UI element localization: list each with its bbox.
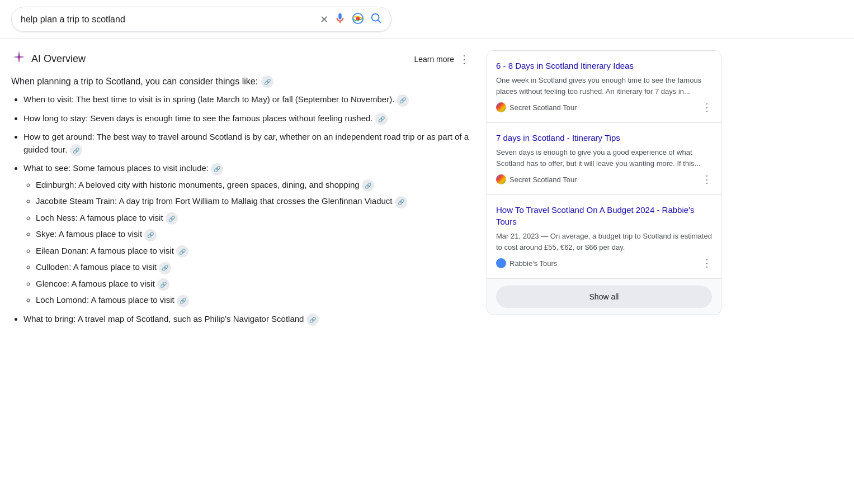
sub-bullet-skye-link[interactable] (144, 229, 157, 241)
source-1-site-name: Secret Scotland Tour (509, 103, 577, 112)
right-panel: 6 - 8 Days in Scotland Itinerary Ideas O… (487, 50, 721, 326)
more-options-button[interactable]: ⋮ (459, 53, 470, 66)
sub-bullet-loch-lomond-link[interactable] (177, 295, 189, 307)
bullet-what-to-see-text: What to see: Some famous places to visit… (23, 163, 209, 173)
sub-bullet-loch-ness-text: Loch Ness: A famous place to visit (36, 213, 163, 222)
bullet-what-to-bring-link[interactable] (306, 313, 319, 326)
source-1-favicon (496, 102, 506, 112)
bullet-how-long: How long to stay: Seven days is enough t… (23, 112, 470, 126)
sub-bullet-loch-lomond-text: Loch Lomond: A famous place to visit (36, 295, 174, 305)
intro-link-chip[interactable] (261, 75, 273, 88)
source-2-footer: Secret Scotland Tour ⋮ (496, 173, 712, 186)
search-bar: ✕ (11, 7, 391, 32)
bullet-what-to-bring-text: What to bring: A travel map of Scotland,… (23, 314, 304, 324)
sub-bullet-edinburgh: Edinburgh: A beloved city with historic … (36, 179, 470, 192)
source-item-3: How To Travel Scotland On A Budget 2024 … (487, 195, 721, 279)
sub-bullet-jacobite-text: Jacobite Steam Train: A day trip from Fo… (36, 196, 393, 206)
source-item-2: 7 days in Scotland - Itinerary Tips Seve… (487, 123, 721, 195)
source-1-snippet: One week in Scotland gives you enough ti… (496, 75, 712, 97)
bullet-when-to-visit: When to visit: The best time to visit is… (23, 93, 470, 107)
sub-bullet-glencoe-text: Glencoe: A famous place to visit (36, 279, 155, 288)
sub-bullet-jacobite-link[interactable] (395, 196, 407, 208)
sub-bullet-loch-lomond: Loch Lomond: A famous place to visit (36, 294, 470, 307)
ai-bullet-list: When to visit: The best time to visit is… (11, 93, 470, 326)
search-bar-area: ✕ (0, 0, 854, 39)
voice-search-button[interactable] (334, 12, 346, 26)
bullet-how-long-link[interactable] (375, 113, 388, 125)
sub-bullet-eilean-donan: Eilean Donan: A famous place to visit (36, 245, 470, 258)
source-2-site-name: Secret Scotland Tour (509, 175, 577, 184)
main-content: AI Overview Learn more ⋮ When planning a… (0, 39, 854, 337)
ai-intro-text: When planning a trip to Scotland, you ca… (11, 77, 258, 87)
sub-bullet-glencoe-link[interactable] (157, 278, 169, 291)
sub-bullet-loch-ness: Loch Ness: A famous place to visit (36, 212, 470, 225)
sub-bullet-skye: Skye: A famous place to visit (36, 228, 470, 241)
sub-bullet-culloden-link[interactable] (159, 262, 171, 274)
source-3-footer: Rabbie's Tours ⋮ (496, 257, 712, 269)
source-card: 6 - 8 Days in Scotland Itinerary Ideas O… (487, 50, 721, 315)
bullet-when-to-visit-text: When to visit: The best time to visit is… (23, 94, 394, 104)
bullet-what-to-see-link[interactable] (211, 163, 223, 175)
mic-icon (334, 12, 346, 26)
bullet-get-around-link[interactable] (70, 144, 82, 156)
search-icon (370, 12, 382, 27)
ai-overview-header: AI Overview Learn more ⋮ (11, 50, 470, 68)
sub-bullet-culloden-text: Culloden: A famous place to visit (36, 262, 157, 272)
sub-bullet-loch-ness-link[interactable] (166, 212, 178, 225)
source-2-title[interactable]: 7 days in Scotland - Itinerary Tips (496, 132, 712, 144)
lens-search-button[interactable] (352, 12, 364, 26)
source-3-snippet: Mar 21, 2023 — On average, a budget trip… (496, 231, 712, 253)
source-1-more-button[interactable]: ⋮ (702, 101, 712, 113)
bullet-what-to-bring: What to bring: A travel map of Scotland,… (23, 313, 470, 326)
source-2-snippet: Seven days is enough to give you a good … (496, 147, 712, 169)
show-all-area: Show all (487, 279, 721, 315)
sub-bullet-eilean-donan-text: Eilean Donan: A famous place to visit (36, 246, 174, 255)
bullet-how-long-text: How long to stay: Seven days is enough t… (23, 113, 373, 123)
sub-bullet-edinburgh-link[interactable] (362, 179, 374, 192)
sub-bullet-culloden: Culloden: A famous place to visit (36, 261, 470, 274)
source-3-site-name: Rabbie's Tours (509, 259, 557, 268)
source-3-site: Rabbie's Tours (496, 258, 557, 268)
source-1-site: Secret Scotland Tour (496, 102, 577, 112)
source-3-title[interactable]: How To Travel Scotland On A Budget 2024 … (496, 204, 712, 227)
search-button[interactable] (370, 12, 382, 27)
bullet-what-to-see: What to see: Some famous places to visit… (23, 162, 470, 307)
sub-bullet-list: Edinburgh: A beloved city with historic … (23, 179, 470, 307)
sub-bullet-eilean-donan-link[interactable] (176, 245, 188, 258)
sub-bullet-glencoe: Glencoe: A famous place to visit (36, 278, 470, 291)
svg-line-3 (378, 20, 380, 22)
ai-intro: When planning a trip to Scotland, you ca… (11, 75, 470, 88)
source-3-favicon (496, 258, 506, 268)
source-3-more-button[interactable]: ⋮ (702, 257, 712, 269)
lens-icon (352, 12, 364, 26)
source-1-footer: Secret Scotland Tour ⋮ (496, 101, 712, 113)
bullet-get-around-text: How to get around: The best way to trave… (23, 132, 469, 154)
source-2-site: Secret Scotland Tour (496, 174, 577, 184)
ai-overview-left: AI Overview (11, 50, 86, 68)
left-panel: AI Overview Learn more ⋮ When planning a… (11, 50, 470, 326)
show-all-button[interactable]: Show all (496, 286, 712, 308)
source-2-favicon (496, 174, 506, 184)
search-input[interactable] (21, 15, 314, 25)
sub-bullet-edinburgh-text: Edinburgh: A beloved city with historic … (36, 180, 360, 189)
clear-button[interactable]: ✕ (320, 13, 328, 26)
ai-overview-title: AI Overview (31, 53, 86, 65)
learn-more-link[interactable]: Learn more (414, 55, 454, 64)
bullet-get-around: How to get around: The best way to trave… (23, 131, 470, 156)
source-1-title[interactable]: 6 - 8 Days in Scotland Itinerary Ideas (496, 60, 712, 72)
sub-bullet-skye-text: Skye: A famous place to visit (36, 229, 142, 239)
ai-sparkle-icon (11, 50, 27, 68)
ai-overview-right: Learn more ⋮ (414, 53, 470, 66)
source-2-more-button[interactable]: ⋮ (702, 173, 712, 186)
bullet-when-to-visit-link[interactable] (397, 94, 409, 107)
source-item-1: 6 - 8 Days in Scotland Itinerary Ideas O… (487, 51, 721, 123)
sub-bullet-jacobite: Jacobite Steam Train: A day trip from Fo… (36, 195, 470, 208)
